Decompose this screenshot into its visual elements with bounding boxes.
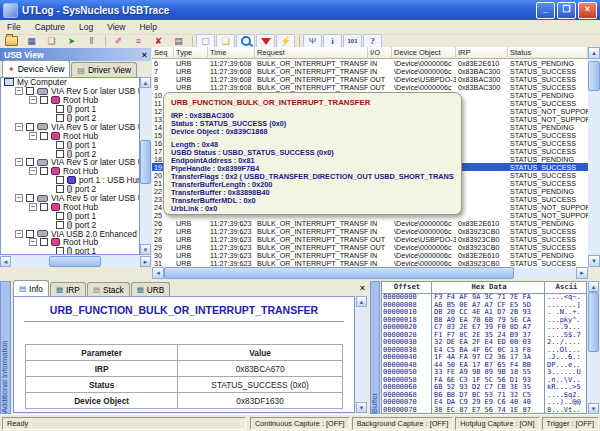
expand-toggle-icon[interactable]: − [15,87,23,95]
info-vscroll-track[interactable] [356,307,367,402]
tree-checkbox[interactable] [26,123,34,131]
tree-item-port-1-usb-human-interface-dev[interactable]: port 1 : USB Human Interface Dev [1,176,139,185]
log-hscrollbar[interactable]: ◄ ► [152,267,588,279]
tree-item-root-hub[interactable]: −Root Hub [1,202,139,211]
expand-toggle-icon[interactable]: − [15,230,23,238]
tree-checkbox[interactable] [56,212,64,220]
tree-checkbox[interactable] [40,96,48,104]
column-header-request[interactable]: Request [255,47,368,59]
tree-item-port-1[interactable]: port 1 [1,211,139,220]
hex-row[interactable]: 0000007838 EC 87 E7 56 74 1E 878...Vt.. [382,407,586,415]
log-options-button[interactable]: ≡ [129,34,148,49]
expand-toggle-icon[interactable]: − [15,158,23,166]
export-log-button[interactable]: ❏ [42,34,61,49]
tree-checkbox[interactable] [56,185,64,193]
close-button[interactable]: × [578,2,597,19]
tree-hscrollbar[interactable]: ◄ ► [0,256,151,267]
tree-item-port-1[interactable]: port 1 [1,105,139,114]
column-header-deviceobject[interactable]: Device Object [392,47,456,59]
tab-info[interactable]: ▤Info [13,280,49,296]
tree-hscroll-track[interactable] [11,256,140,267]
tree-checkbox[interactable] [26,194,34,202]
tab-device-view[interactable]: ✦Device View [2,60,70,77]
tree-item-root-hub[interactable]: −Root Hub [1,238,139,247]
expand-toggle-icon[interactable]: − [15,194,23,202]
expand-toggle-icon[interactable]: − [29,238,37,246]
log-scroll-up-icon[interactable]: ▲ [588,47,600,59]
log-vscroll-track[interactable] [588,59,600,255]
tree-checkbox[interactable] [40,167,48,175]
tree-scroll-right-icon[interactable]: ► [140,256,151,267]
minimize-button[interactable]: _ [536,2,555,19]
tree-checkbox[interactable] [56,176,64,184]
info-panel-close-icon[interactable]: × [360,283,365,293]
log-hscroll-thumb[interactable] [164,267,514,279]
clear-log-button[interactable]: ✐ [109,34,128,49]
tree-scroll-down-icon[interactable]: ▼ [140,244,151,255]
menu-log[interactable]: Log [72,21,100,33]
hex-scroll-down-icon[interactable]: ▼ [588,403,599,414]
column-header-type[interactable]: Type [174,47,208,59]
restore-button[interactable]: ❐ [557,2,576,19]
tree-checkbox[interactable] [26,87,34,95]
hex-vscrollbar[interactable]: ▲ ▼ [588,281,599,414]
tree-item-root-hub[interactable]: −Root Hub [1,96,139,105]
tree-checkbox[interactable] [40,132,48,140]
tree-scroll-left-icon[interactable]: ◄ [0,256,11,267]
pause-capture-button[interactable]: Ⅱ [82,34,101,49]
tab-driver-view[interactable]: ▤Driver View [71,62,137,77]
info-vscrollbar[interactable]: ▲ ▼ [356,296,367,413]
tab-stack[interactable]: ▤Stack [87,282,130,296]
usb-view-close-icon[interactable]: × [142,50,147,60]
tree-scroll-up-icon[interactable]: ▲ [140,77,151,88]
info-scroll-up-icon[interactable]: ▲ [356,296,367,307]
tree-checkbox[interactable] [40,238,48,246]
column-header-irp[interactable]: IRP [456,47,508,59]
log-scroll-left-icon[interactable]: ◄ [152,267,164,279]
tab-irp[interactable]: ▦IRP [50,282,86,296]
hex-vscroll-track[interactable] [588,292,599,403]
log-scroll-down-icon[interactable]: ▼ [588,255,600,267]
tree-checkbox[interactable] [56,221,64,229]
menu-capture[interactable]: Capture [28,21,72,33]
menu-help[interactable]: Help [132,21,163,33]
open-file-button[interactable] [2,34,21,49]
log-hscroll-track[interactable] [164,267,576,279]
hex-vscroll-thumb[interactable] [588,292,599,352]
tree-item-port-1[interactable]: port 1 [1,140,139,149]
expand-toggle-icon[interactable]: − [29,167,37,175]
start-capture-button[interactable]: ➤ [62,34,81,49]
tree-checkbox[interactable] [56,141,64,149]
info-scroll-down-icon[interactable]: ▼ [356,402,367,413]
additional-information-strip[interactable]: Additional Information [0,281,11,414]
column-header-status[interactable]: Status [508,47,588,59]
log-vscroll-thumb[interactable] [588,61,600,91]
log-scroll-right-icon[interactable]: ► [576,267,588,279]
tree-vscrollbar[interactable]: ▲ ▼ [140,77,151,255]
tree-checkbox[interactable] [40,203,48,211]
column-header-time[interactable]: Time [208,47,255,59]
tree-checkbox[interactable] [56,105,64,113]
tree-checkbox[interactable] [56,114,64,122]
column-header-seq[interactable]: Seq [152,47,174,59]
tab-urb[interactable]: ▦URB [131,282,171,296]
expand-toggle-icon[interactable]: − [29,203,37,211]
menu-view[interactable]: View [100,21,132,33]
tree-vscroll-thumb[interactable] [140,140,151,184]
buffer-strip[interactable]: Buffer [370,281,380,414]
tree-item-root-hub[interactable]: −Root Hub [1,131,139,140]
tree-checkbox[interactable] [56,150,64,158]
expand-toggle-icon[interactable]: − [29,132,37,140]
tree-checkbox[interactable] [56,247,64,255]
save-button[interactable]: ▦ [22,34,41,49]
tree-vscroll-track[interactable] [140,88,151,244]
tree-checkbox[interactable] [26,230,34,238]
table-row[interactable]: 31URB11:27:39:623BULK_OR_INTERRUPT_TRANS… [152,259,588,267]
expand-toggle-icon[interactable]: − [29,96,37,104]
column-header-io[interactable]: I/O [368,47,392,59]
tree-item-port-1[interactable]: port 1 [1,247,139,255]
hex-scroll-up-icon[interactable]: ▲ [588,281,599,292]
log-vscrollbar[interactable]: ▲ ▼ [588,47,600,267]
tree-checkbox[interactable] [26,158,34,166]
menu-file[interactable]: File [0,21,28,33]
